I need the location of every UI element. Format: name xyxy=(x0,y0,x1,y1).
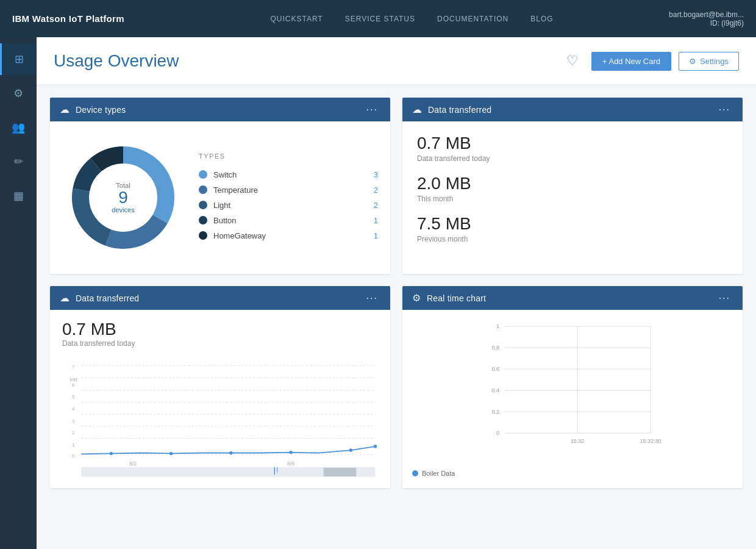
button-dot xyxy=(199,216,207,224)
nav-links: QUICKSTART SERVICE STATUS DOCUMENTATION … xyxy=(155,15,669,23)
svg-point-27 xyxy=(349,448,352,451)
svg-text:5: 5 xyxy=(72,394,75,400)
main-content: Usage Overview ♡ + Add New Card ⚙ Settin… xyxy=(37,37,756,549)
add-card-button[interactable]: + Add New Card xyxy=(591,52,671,71)
legend-light-count: 2 xyxy=(374,201,378,210)
svg-text:0.6: 0.6 xyxy=(491,366,499,372)
rt-legend-dot xyxy=(412,470,418,476)
realtime-svg: 1 0.8 0.6 0.4 0.2 0 xyxy=(412,316,733,462)
device-types-card-header: ☁ Device types ··· xyxy=(50,98,390,121)
realtime-chart-menu[interactable]: ··· xyxy=(716,293,733,304)
rules-icon: ✏ xyxy=(14,155,23,168)
sidebar-item-rules[interactable]: ✏ xyxy=(0,146,37,178)
legend-switch-name: Switch xyxy=(213,170,374,179)
realtime-body: 1 0.8 0.6 0.4 0.2 0 xyxy=(402,310,743,487)
types-legend: TYPES Switch 3 Temperature 2 Light xyxy=(184,152,378,243)
nav-blog[interactable]: BLOG xyxy=(530,15,553,23)
svg-text:0.8: 0.8 xyxy=(491,345,499,351)
svg-text:6: 6 xyxy=(72,382,75,388)
data-transferred-chart-header: ☁ Data transferred ··· xyxy=(50,286,390,310)
svg-text:0.2: 0.2 xyxy=(491,409,499,415)
device-types-body: Total 9 devices TYPES Switch 3 T xyxy=(50,121,390,274)
data-transferred-summary-menu[interactable]: ··· xyxy=(716,104,733,115)
light-dot xyxy=(199,201,207,209)
dt-label-today: Data transferred today xyxy=(417,154,728,163)
nav-documentation[interactable]: DOCUMENTATION xyxy=(437,15,508,23)
list-item: Temperature 2 xyxy=(199,182,378,198)
rt-legend: Boiler Data xyxy=(412,470,733,477)
dt-stat-month: 2.0 MB This month xyxy=(417,174,728,203)
sidebar-item-devices[interactable]: ⚙ xyxy=(0,77,37,109)
data-transferred-summary-title: Data transferred xyxy=(428,105,710,115)
settings-icon: ⚙ xyxy=(412,292,421,304)
svg-text:15:32:30: 15:32:30 xyxy=(640,438,661,444)
legend-switch-count: 3 xyxy=(374,170,378,179)
device-types-title: Device types xyxy=(76,105,358,115)
favorite-button[interactable]: ♡ xyxy=(561,49,584,73)
svg-text:15:32: 15:32 xyxy=(571,438,585,444)
user-email: bart.bogaert@be.ibm... xyxy=(669,10,744,19)
top-navigation: IBM Watson IoT Platform QUICKSTART SERVI… xyxy=(0,0,756,37)
chart-big-value: 0.7 MB xyxy=(62,320,378,339)
data-transferred-summary-header: ☁ Data transferred ··· xyxy=(402,98,743,121)
types-header: TYPES xyxy=(199,152,378,160)
legend-light-name: Light xyxy=(213,201,374,210)
nav-service-status[interactable]: SERVICE STATUS xyxy=(345,15,415,23)
cloud-icon: ☁ xyxy=(60,104,70,115)
svg-text:0.4: 0.4 xyxy=(491,387,499,393)
data-transferred-chart-card: ☁ Data transferred ··· 0.7 MB Data trans… xyxy=(50,286,390,488)
svg-text:4: 4 xyxy=(72,406,75,412)
rt-legend-label: Boiler Data xyxy=(422,470,455,477)
svg-text:8/2: 8/2 xyxy=(129,461,137,467)
dt-value-month: 2.0 MB xyxy=(417,174,728,193)
sidebar-item-boards[interactable]: ▦ xyxy=(0,180,37,212)
donut-chart: Total 9 devices xyxy=(62,137,184,259)
data-transferred-chart-title: Data transferred xyxy=(76,293,358,303)
legend-homegateway-count: 1 xyxy=(374,231,378,240)
svg-text:0: 0 xyxy=(496,430,499,436)
dashboard-grid: ☁ Device types ··· xyxy=(37,85,756,500)
chart-subtitle: Data transferred today xyxy=(62,339,378,348)
svg-text:0: 0 xyxy=(72,453,75,459)
svg-rect-34 xyxy=(324,468,357,476)
user-id: ID: (i9gjt6) xyxy=(669,19,744,27)
nav-quickstart[interactable]: QUICKSTART xyxy=(270,15,323,23)
user-info[interactable]: bart.bogaert@be.ibm... ID: (i9gjt6) xyxy=(669,10,744,27)
dt-value-prev-month: 7.5 MB xyxy=(417,214,728,234)
switch-dot xyxy=(199,170,207,179)
sidebar: ⊞ ⚙ 👥 ✏ ▦ xyxy=(0,37,37,549)
svg-text:1: 1 xyxy=(72,442,75,448)
cloud-icon-3: ☁ xyxy=(60,292,70,304)
sidebar-item-dashboard[interactable]: ⊞ xyxy=(0,43,37,75)
sidebar-item-users[interactable]: 👥 xyxy=(0,112,37,143)
dt-stat-today: 0.7 MB Data transferred today xyxy=(417,134,728,163)
page-title: Usage Overview xyxy=(54,51,561,71)
settings-label: Settings xyxy=(700,57,729,66)
page-header: Usage Overview ♡ + Add New Card ⚙ Settin… xyxy=(37,37,756,85)
cloud-icon-2: ☁ xyxy=(412,104,422,115)
data-transferred-summary-card: ☁ Data transferred ··· 0.7 MB Data trans… xyxy=(402,98,743,274)
list-item: Button 1 xyxy=(199,213,378,228)
dashboard-icon: ⊞ xyxy=(15,52,24,66)
data-transferred-summary-body: 0.7 MB Data transferred today 2.0 MB Thi… xyxy=(402,121,743,267)
users-icon: 👥 xyxy=(12,121,25,134)
gear-icon: ⚙ xyxy=(689,57,696,66)
header-actions: ♡ + Add New Card ⚙ Settings xyxy=(561,49,739,73)
legend-temp-name: Temperature xyxy=(213,185,374,195)
legend-button-count: 1 xyxy=(374,216,378,225)
boards-icon: ▦ xyxy=(13,189,24,203)
device-types-menu-button[interactable]: ··· xyxy=(364,104,380,115)
svg-point-24 xyxy=(169,452,173,455)
data-transferred-chart-menu[interactable]: ··· xyxy=(364,293,380,304)
svg-text:MB: MB xyxy=(70,377,77,382)
data-transferred-chart-body: 0.7 MB Data transferred today 7 MB 6 5 4… xyxy=(50,310,390,488)
svg-point-23 xyxy=(110,452,113,455)
dt-value-today: 0.7 MB xyxy=(417,134,728,153)
realtime-chart-card: ⚙ Real time chart ··· 1 0.8 0.6 0.4 0.2 … xyxy=(402,286,743,488)
realtime-chart-title: Real time chart xyxy=(427,293,710,303)
svg-point-25 xyxy=(229,451,232,454)
temperature-dot xyxy=(199,185,207,194)
brand-logo: IBM Watson IoT Platform xyxy=(12,13,155,24)
settings-button[interactable]: ⚙ Settings xyxy=(679,52,739,71)
svg-text:7: 7 xyxy=(72,364,75,370)
